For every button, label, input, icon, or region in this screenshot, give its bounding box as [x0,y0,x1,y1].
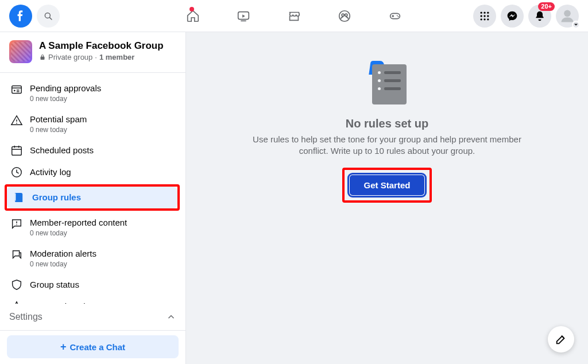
moderation-icon [10,249,23,261]
svg-point-19 [483,18,485,20]
chevron-down-icon [572,21,580,29]
chevron-up-icon [166,312,176,322]
main-content: No rules set up Use rules to help set th… [186,32,588,364]
sidebar-item-member-reported[interactable]: Member-reported content0 new today [5,212,181,243]
svg-line-1 [50,17,52,19]
top-nav: 20+ [0,0,588,32]
sidebar-item-community-roles[interactable]: Community roles [5,296,181,304]
svg-rect-29 [12,147,22,156]
nav-gaming[interactable] [372,2,418,30]
nav-groups[interactable] [322,2,368,30]
sidebar-item-group-rules[interactable]: Group rules [7,187,177,208]
empty-state-title: No rules set up [346,117,428,130]
empty-state-description: Use rules to help set the tone for your … [238,134,536,157]
notifications-button[interactable]: 20+ [528,5,551,28]
svg-point-38 [16,224,17,225]
warning-icon [10,114,23,127]
sidebar-item-group-status[interactable]: Group status [5,274,181,296]
approvals-icon [10,83,23,96]
svg-point-13 [483,11,485,13]
sidebar-item-pending-approvals[interactable]: Pending approvals0 new today [5,78,181,109]
nav-watch[interactable] [220,2,266,30]
highlight-group-rules: Group rules [5,184,180,211]
create-chat-button[interactable]: + Create a Chat [7,335,179,358]
notification-badge: 20+ [538,2,555,11]
svg-point-6 [345,14,347,16]
svg-point-4 [339,10,350,21]
group-title: A Sample Facebook Group [39,40,164,52]
book-icon [13,191,25,204]
svg-point-0 [45,13,50,18]
plus-icon: + [60,341,67,353]
home-notification-dot [189,7,194,11]
highlight-get-started: Get Started [342,168,432,203]
svg-point-20 [487,18,489,20]
sidebar-item-activity-log[interactable]: Activity log [5,161,181,183]
calendar-icon [10,144,23,157]
sidebar-item-potential-spam[interactable]: Potential spam0 new today [5,109,181,140]
facebook-logo[interactable] [9,5,32,28]
compose-button[interactable] [548,326,574,353]
get-started-button[interactable]: Get Started [349,175,425,196]
svg-point-21 [564,10,571,17]
sidebar-item-scheduled-posts[interactable]: Scheduled posts [5,140,181,161]
nav-home[interactable] [170,2,216,30]
svg-rect-22 [12,86,22,94]
sidebar: A Sample Facebook Group Private group · … [0,32,186,364]
sidebar-settings[interactable]: Settings [0,304,185,330]
messenger-button[interactable] [501,5,524,28]
account-button[interactable] [556,5,579,28]
svg-rect-7 [390,13,400,18]
svg-point-24 [14,90,16,91]
group-header[interactable]: A Sample Facebook Group Private group · … [0,32,185,70]
lock-icon [39,54,46,61]
clock-icon [10,166,23,179]
svg-point-5 [342,14,344,16]
svg-point-28 [16,123,17,124]
svg-point-10 [397,15,398,16]
group-avatar [9,40,32,63]
svg-point-11 [398,16,399,17]
svg-point-14 [487,11,489,13]
search-button[interactable] [37,5,60,28]
shield-icon [10,278,23,291]
svg-point-17 [487,15,489,17]
svg-point-15 [481,15,482,17]
svg-point-12 [481,11,482,13]
rules-illustration [366,61,408,106]
menu-button[interactable] [473,5,496,28]
svg-point-16 [483,15,485,17]
report-icon [10,218,23,230]
nav-marketplace[interactable] [271,2,317,30]
svg-point-18 [481,18,482,20]
sidebar-item-moderation-alerts[interactable]: Moderation alerts0 new today [5,243,181,274]
group-subtitle: Private group · 1 member [39,53,164,61]
